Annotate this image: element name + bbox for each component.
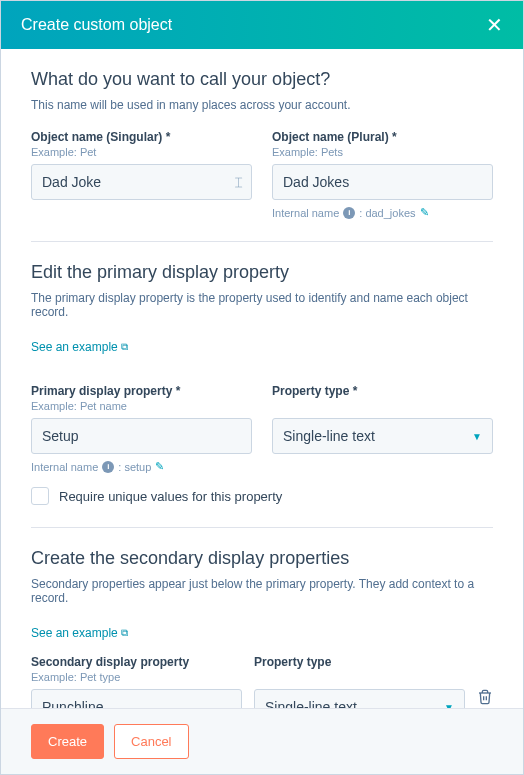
plural-internal-name: Internal name i : dad_jokes ✎	[272, 206, 493, 219]
primary-internal-name: Internal name i : setup ✎	[31, 460, 252, 473]
text-cursor-icon: ⌶	[235, 175, 242, 189]
unique-label: Require unique values for this property	[59, 489, 282, 504]
singular-example: Example: Pet	[31, 146, 252, 158]
modal-footer: Create Cancel	[1, 708, 523, 774]
close-icon[interactable]: ✕	[486, 15, 503, 35]
external-link-icon: ⧉	[121, 627, 128, 639]
primary-label: Primary display property *	[31, 384, 252, 398]
create-button[interactable]: Create	[31, 724, 104, 759]
modal-title: Create custom object	[21, 16, 172, 34]
chevron-down-icon: ▼	[444, 702, 454, 709]
section-object-name: What do you want to call your object? Th…	[31, 69, 493, 219]
section-title: What do you want to call your object?	[31, 69, 493, 90]
info-icon[interactable]: i	[343, 207, 355, 219]
proptype-label: Property type *	[272, 384, 493, 398]
secondary-example: Example: Pet type	[31, 671, 242, 683]
divider	[31, 527, 493, 528]
section-title: Create the secondary display properties	[31, 548, 493, 569]
create-custom-object-modal: Create custom object ✕ What do you want …	[0, 0, 524, 775]
pencil-icon[interactable]: ✎	[155, 460, 164, 473]
section-secondary-properties: Create the secondary display properties …	[31, 548, 493, 708]
divider	[31, 241, 493, 242]
singular-input[interactable]	[31, 164, 252, 200]
modal-header: Create custom object ✕	[1, 1, 523, 49]
plural-example: Example: Pets	[272, 146, 493, 158]
unique-checkbox[interactable]	[31, 487, 49, 505]
chevron-down-icon: ▼	[472, 431, 482, 442]
trash-icon[interactable]	[477, 683, 493, 705]
proptype-label: Property type	[254, 655, 465, 669]
pencil-icon[interactable]: ✎	[420, 206, 429, 219]
secondary-input[interactable]	[31, 689, 242, 708]
primary-input[interactable]	[31, 418, 252, 454]
section-desc: The primary display property is the prop…	[31, 291, 493, 319]
singular-label: Object name (Singular) *	[31, 130, 252, 144]
section-desc: This name will be used in many places ac…	[31, 98, 493, 112]
plural-label: Object name (Plural) *	[272, 130, 493, 144]
see-example-link[interactable]: See an example ⧉	[31, 340, 128, 354]
secondary-label: Secondary display property	[31, 655, 242, 669]
proptype-select[interactable]: Single-line text ▼	[272, 418, 493, 454]
section-title: Edit the primary display property	[31, 262, 493, 283]
section-desc: Secondary properties appear just below t…	[31, 577, 493, 605]
external-link-icon: ⧉	[121, 341, 128, 353]
modal-body: What do you want to call your object? Th…	[1, 49, 523, 708]
plural-input[interactable]	[272, 164, 493, 200]
section-primary-property: Edit the primary display property The pr…	[31, 262, 493, 505]
see-example-link[interactable]: See an example ⧉	[31, 626, 128, 640]
info-icon[interactable]: i	[102, 461, 114, 473]
cancel-button[interactable]: Cancel	[114, 724, 188, 759]
primary-example: Example: Pet name	[31, 400, 252, 412]
proptype-select[interactable]: Single-line text ▼	[254, 689, 465, 708]
